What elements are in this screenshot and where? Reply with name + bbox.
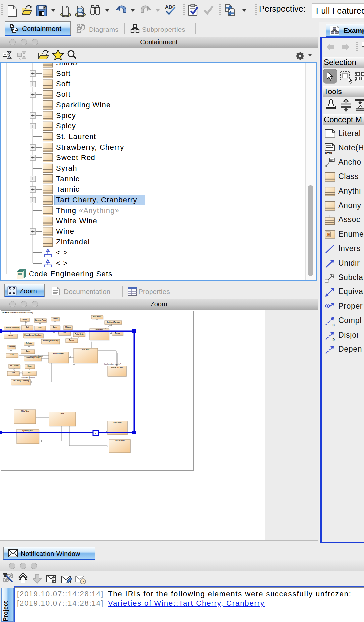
svg-text:Rose Wine: Rose Wine [114, 422, 122, 423]
svg-text:Wine: Wine [60, 413, 64, 414]
svg-text:Juicy: Juicy [28, 372, 31, 373]
svg-text:HTML: HTML [325, 152, 333, 154]
svg-text:St. Laurent: St. Laurent [10, 365, 19, 367]
svg-text:Shiraz: Shiraz [53, 318, 58, 320]
svg-text:Sweet Red: Sweet Red [95, 329, 103, 330]
svg-text:Bulk Wines: Bulk Wines [93, 316, 102, 318]
svg-text:D: D [332, 338, 335, 342]
svg-text:Gamay: Gamay [27, 365, 32, 367]
svg-text:Occhio di Pernice: Occhio di Pernice [107, 321, 120, 323]
svg-text:Red Wine: Red Wine [82, 349, 90, 351]
svg-text:Freisa: Freisa [115, 332, 120, 334]
svg-text:Tannic: Tannic [69, 339, 74, 341]
svg-text:CabernetSauvignon: CabernetSauvignon [5, 327, 19, 328]
svg-text:Blueberry,Blackberry: Blueberry,Blackberry [43, 340, 58, 342]
svg-text:Spicy: Spicy [38, 327, 42, 328]
svg-text:Merlot: Merlot [22, 319, 27, 320]
svg-text:Black Cherry, Raspberry: Black Cherry, Raspberry [24, 334, 42, 336]
svg-text:Petite Sirah: Petite Sirah [75, 333, 84, 335]
svg-text:Soft: Soft [63, 332, 66, 333]
svg-text:Soft: Soft [26, 326, 29, 328]
svg-text:package Varieties of Wine[ ▦ E: package Varieties of Wine[ ▦ Example ] [2, 311, 33, 313]
svg-text:has herbal dry ma...1..*: has herbal dry ma...1..* [104, 363, 121, 365]
svg-text:White Wine: White Wine [21, 410, 29, 412]
svg-text:Malbec: Malbec [65, 326, 71, 328]
svg-text:Strawberry, Cherry: Strawberry, Cherry [26, 357, 40, 359]
svg-text:Sparkling Wine: Sparkling Wine [22, 430, 33, 432]
svg-text:Tart Cherry, Cranberry: Tart Cherry, Cranberry [13, 380, 29, 382]
svg-text:Cabernet Franc: Cabernet Franc [35, 319, 46, 321]
svg-text:Spicy: Spicy [26, 350, 30, 352]
svg-text:C: C [332, 323, 335, 327]
svg-text:Tannic: Tannic [8, 335, 13, 336]
svg-text:Zinfandel: Zinfandel [26, 342, 32, 344]
svg-text:Spicy: Spicy [53, 326, 57, 328]
svg-text:Herbal Dry Red: Herbal Dry Red [111, 367, 123, 368]
svg-text:E: E [327, 232, 330, 237]
svg-text:Fruity Dry Red: Fruity Dry Red [53, 353, 64, 354]
svg-text:Soft: Soft [10, 354, 14, 356]
svg-text:{complete, disjoint}: {complete, disjoint} [30, 355, 43, 357]
svg-text:Garnacha: Garnacha [8, 346, 15, 348]
svg-text:{complete, disjoint}: {complete, disjoint} [21, 376, 35, 378]
svg-text:Soft: Soft [12, 372, 15, 374]
svg-text:Dessert Wine: Dessert Wine [115, 440, 125, 442]
